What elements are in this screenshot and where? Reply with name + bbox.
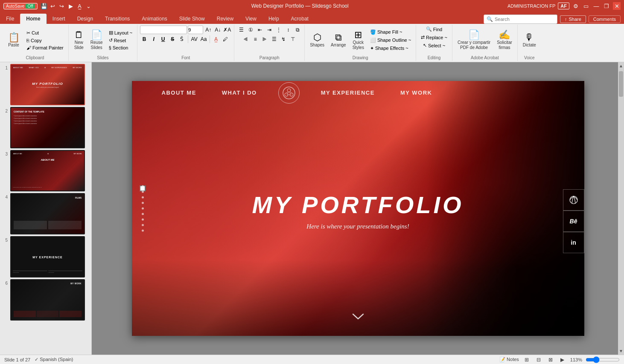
font-color-button[interactable]: A̲: [212, 35, 220, 43]
slide-1-thumbnail[interactable]: ABOUT ME WHAT I DO ⊕ MY EXPERIENCE MY WO…: [10, 64, 85, 105]
slide-thumb-2[interactable]: 2 CONTENT OF THE TEMPLATE • Lorem ipsum …: [2, 107, 90, 148]
dictate-button[interactable]: 🎙 Dictate: [520, 32, 539, 49]
align-text-button[interactable]: ⊤: [289, 35, 297, 43]
italic-button[interactable]: I: [149, 35, 158, 43]
columns-button[interactable]: ⋮: [274, 26, 283, 34]
notes-button[interactable]: 📝 Notes: [499, 357, 519, 362]
tab-design[interactable]: Design: [71, 14, 99, 24]
align-right-button[interactable]: ⫸: [260, 35, 269, 43]
increase-indent-button[interactable]: ⇥: [265, 26, 274, 34]
highlight-button[interactable]: 🖊: [221, 35, 230, 43]
select-button[interactable]: ↖ Select ~: [421, 42, 447, 49]
save-icon[interactable]: 💾: [40, 2, 48, 10]
scroll-down-arrow[interactable]: ▼: [618, 347, 624, 355]
slide-5-thumbnail[interactable]: MY EXPERIENCE Lorem ipsum Lorem ipsum: [10, 236, 85, 277]
undo-icon[interactable]: ↩: [49, 2, 57, 10]
slide-2-thumbnail[interactable]: CONTENT OF THE TEMPLATE • Lorem ipsum do…: [10, 107, 85, 148]
justify-button[interactable]: ☰: [270, 35, 278, 43]
nav-my-work[interactable]: MY WORK: [388, 90, 445, 96]
tab-file[interactable]: File: [0, 14, 20, 24]
social-dribbble[interactable]: [563, 189, 584, 211]
tab-help[interactable]: Help: [262, 14, 285, 24]
slide-thumb-4[interactable]: 4 FILMS: [2, 193, 90, 234]
shape-outline-button[interactable]: ⬜ Shape Outline ~: [368, 37, 413, 44]
underline-button[interactable]: U: [159, 35, 167, 43]
font-name-input[interactable]: [140, 26, 187, 34]
reset-button[interactable]: ↺ Reset: [107, 37, 135, 44]
character-spacing-button[interactable]: AV: [190, 35, 198, 43]
customize-icon[interactable]: A̲: [76, 2, 84, 10]
slide-thumb-1[interactable]: 1 ABOUT ME WHAT I DO ⊕ MY EXPERIENCE MY …: [2, 64, 90, 105]
copy-button[interactable]: ⎘ Copy: [24, 37, 66, 44]
slideshow-button[interactable]: ▶: [558, 356, 567, 363]
nav-about-me[interactable]: ABOUT ME: [149, 90, 209, 96]
tab-transitions[interactable]: Transitions: [99, 14, 136, 24]
shape-fill-button[interactable]: 🪣 Shape Fill ~: [368, 29, 413, 36]
slide-panel[interactable]: 1 ABOUT ME WHAT I DO ⊕ MY EXPERIENCE MY …: [0, 62, 92, 355]
slide-thumb-5[interactable]: 5 MY EXPERIENCE Lorem ipsum Lorem ipsum: [2, 236, 90, 277]
slide-sorter-button[interactable]: ⊟: [534, 356, 543, 363]
tab-acrobat[interactable]: Acrobat: [285, 14, 315, 24]
slide-title-area[interactable]: MY PORTFOLIO Here is where your presenta…: [252, 191, 464, 230]
settings-icon[interactable]: ⚙: [572, 2, 580, 10]
tab-review[interactable]: Review: [211, 14, 239, 24]
close-button[interactable]: ✕: [613, 2, 621, 10]
slide-thumb-3[interactable]: 3 ABOUT ME ⊕ MY WORK ABOUT ME Lorem ipsu…: [2, 150, 90, 191]
normal-view-button[interactable]: ⊞: [522, 356, 531, 363]
bullets-button[interactable]: ☰: [237, 26, 245, 34]
clear-formatting-button[interactable]: ✗A: [223, 26, 231, 34]
reading-view-button[interactable]: ⊠: [546, 356, 555, 363]
social-linkedin[interactable]: in: [563, 232, 584, 253]
present-icon[interactable]: ▶: [67, 2, 75, 10]
format-painter-button[interactable]: 🖌 Format Painter: [24, 44, 66, 51]
create-share-pdf-button[interactable]: 📄 Crear y compartirPDF de Adobe: [455, 29, 493, 52]
search-input[interactable]: [495, 17, 554, 22]
font-size-input[interactable]: [188, 26, 203, 34]
font-size-decrease-button[interactable]: A↓: [213, 26, 222, 34]
decrease-indent-button[interactable]: ⇤: [256, 26, 264, 34]
social-behance[interactable]: Bē: [563, 211, 584, 232]
quick-access-expand[interactable]: ⌄: [85, 2, 93, 10]
slide-6-thumbnail[interactable]: MY WORK: [10, 279, 85, 321]
scroll-up-arrow[interactable]: ▲: [618, 62, 624, 69]
font-size-increase-button[interactable]: A↑: [204, 26, 213, 34]
redo-icon[interactable]: ↪: [58, 2, 66, 10]
tab-insert[interactable]: Insert: [47, 14, 71, 24]
text-shadow-button[interactable]: S̈: [178, 35, 186, 43]
nav-what-i-do[interactable]: WHAT I DO: [209, 90, 270, 96]
arrange-button[interactable]: ⧉ Arrange: [328, 32, 349, 49]
cut-button[interactable]: ✂ Cut: [24, 29, 66, 37]
reuse-slides-button[interactable]: 📄 ReuseSlides: [88, 29, 105, 52]
line-spacing-button[interactable]: ↕: [284, 26, 292, 34]
ribbon-display-icon[interactable]: ▭: [582, 2, 590, 10]
find-button[interactable]: 🔍 Find: [424, 26, 444, 33]
layout-button[interactable]: ▤ Layout ~: [107, 29, 135, 36]
tab-animations[interactable]: Animations: [136, 14, 173, 24]
autosave-state[interactable]: Off: [26, 4, 35, 9]
comments-button[interactable]: Comments: [589, 15, 621, 23]
slide-4-thumbnail[interactable]: FILMS: [10, 193, 85, 234]
spell-check-icon[interactable]: ✓: [35, 357, 38, 362]
font-case-button[interactable]: Aa: [199, 35, 208, 43]
zoom-slider[interactable]: [586, 357, 620, 363]
text-direction-button[interactable]: ↯: [279, 35, 288, 43]
slide-chevron-down[interactable]: [352, 311, 364, 323]
align-center-button[interactable]: ≡: [251, 35, 260, 43]
section-button[interactable]: § Section: [107, 44, 135, 51]
maximize-button[interactable]: ❐: [603, 2, 610, 10]
tab-home[interactable]: Home: [20, 14, 46, 24]
paste-button[interactable]: 📋 Paste: [4, 32, 23, 49]
minimize-button[interactable]: —: [592, 2, 600, 10]
nav-experience[interactable]: MY EXPERIENCE: [308, 90, 388, 96]
numbering-button[interactable]: ①: [246, 26, 255, 34]
shape-effects-button[interactable]: ✦ Shape Effects ~: [368, 45, 413, 52]
shapes-button[interactable]: ⬡ Shapes: [307, 32, 327, 49]
slide-3-thumbnail[interactable]: ABOUT ME ⊕ MY WORK ABOUT ME Lorem ipsum …: [10, 150, 85, 191]
ribbon-search-box[interactable]: 🔍: [484, 14, 557, 24]
tab-view[interactable]: View: [239, 14, 262, 24]
slide-canvas[interactable]: ABOUT ME WHAT I DO MY EXPERIENCE MY: [132, 81, 584, 336]
slide-thumb-6[interactable]: 6 MY WORK: [2, 279, 90, 321]
quick-styles-button[interactable]: ⊞ QuickStyles: [350, 29, 367, 52]
replace-button[interactable]: ⇄ Replace ~: [419, 34, 449, 41]
new-slide-button[interactable]: 🗒 NewSlide: [71, 29, 87, 52]
